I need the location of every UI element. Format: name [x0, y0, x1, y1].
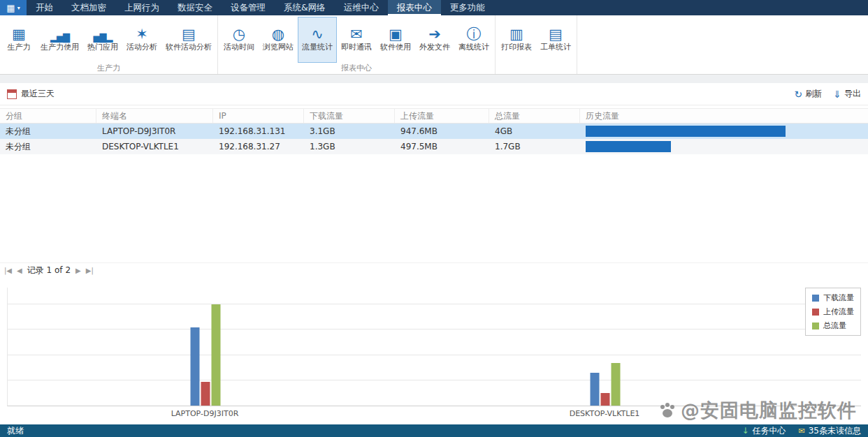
next-record-icon[interactable]: ▶ — [75, 267, 81, 274]
unread-messages-button[interactable]: ✉ 35条未读信息 — [799, 425, 862, 437]
table-row[interactable]: 未分组DESKTOP-VLKTLE1192.168.31.271.3GB497.… — [0, 139, 868, 154]
bar-总流量[interactable] — [612, 363, 621, 406]
chart-gridline — [8, 304, 861, 304]
cell-group: 未分组 — [0, 139, 96, 154]
table-row[interactable]: 未分组LAPTOP-D9J3IT0R192.168.31.1313.1GB947… — [0, 124, 868, 139]
status-ready-label: 就绪 — [7, 425, 24, 437]
ribbon-button-software[interactable]: ▣软件使用 — [376, 17, 415, 63]
column-header-6[interactable]: 历史流量 — [580, 109, 868, 123]
menu-tab-6[interactable]: 运维中心 — [335, 0, 388, 15]
terminal-table: 未分组LAPTOP-D9J3IT0R192.168.31.1313.1GB947… — [0, 124, 868, 154]
cell-total: 4GB — [489, 124, 580, 139]
history-traffic-bar — [586, 141, 671, 152]
ribbon-button-offline[interactable]: ⓘ离线统计 — [454, 17, 493, 63]
ribbon-button-columns[interactable]: ▅▇▂热门应用 — [83, 17, 122, 63]
column-header-0[interactable]: 分组 — [0, 109, 96, 123]
column-header-1[interactable]: 终端名 — [96, 109, 213, 123]
ribbon-group-0: ▦生产力▂▅▇生产力使用▅▇▂热门应用✶活动分析▤软件活动分析生产力 — [0, 15, 218, 74]
ribbon-group-label: 生产力 — [0, 63, 217, 74]
grid-icon: ▦ — [12, 20, 26, 42]
last-record-icon[interactable]: ▶| — [86, 267, 94, 274]
ribbon-button-bar-chart[interactable]: ▂▅▇生产力使用 — [36, 17, 83, 63]
menu-tabs: 开始文档加密上网行为数据安全设备管理系统&网络运维中心报表中心更多功能 — [27, 0, 494, 15]
task-center-button[interactable]: ↓ 任务中心 — [742, 425, 786, 437]
bar-下载流量[interactable] — [591, 373, 600, 406]
calendar-icon — [7, 89, 17, 99]
menu-tab-5[interactable]: 系统&网络 — [275, 0, 335, 15]
previous-record-icon[interactable]: ◀ — [17, 267, 22, 274]
menu-tab-2[interactable]: 上网行为 — [115, 0, 168, 15]
refresh-button[interactable]: ↻ 刷新 — [795, 88, 823, 100]
chart-gridline — [8, 355, 861, 355]
legend-swatch — [812, 295, 819, 302]
bar-chart-icon: ▂▅▇ — [50, 20, 69, 42]
bar-下载流量[interactable] — [191, 327, 200, 406]
menu-tab-1[interactable]: 文档加密 — [62, 0, 115, 15]
table-header: 分组终端名IP下载流量上传流量总流量历史流量 — [0, 108, 868, 124]
bar-上传流量[interactable] — [601, 393, 610, 406]
cell-history — [580, 124, 868, 139]
offline-icon: ⓘ — [467, 20, 482, 42]
history-traffic-bar — [586, 126, 786, 137]
chart-gridline — [8, 380, 861, 380]
record-navigator: |◀ ◀ 记录 1 of 2 ▶ ▶| — [0, 262, 868, 278]
ribbon-button-print[interactable]: ▥打印报表 — [497, 17, 536, 63]
app-menu-button[interactable]: ▦ ▾ — [0, 0, 27, 15]
column-header-3[interactable]: 下载流量 — [304, 109, 395, 123]
ribbon-button-send-file[interactable]: ➔外发文件 — [415, 17, 454, 63]
export-button[interactable]: ⇓ 导出 — [833, 88, 861, 100]
cell-ip: 192.168.31.131 — [213, 124, 304, 139]
window-chart-icon: ▤ — [182, 20, 196, 42]
ribbon-button-grid[interactable]: ▦生产力 — [1, 17, 36, 63]
traffic-chart-icon: ∿ — [311, 20, 324, 42]
legend-item-2: 总流量 — [812, 320, 854, 331]
cell-upload: 497.5MB — [395, 139, 489, 154]
menu-tab-8[interactable]: 更多功能 — [441, 0, 494, 15]
traffic-bar-chart: 下载流量上传流量总流量 LAPTOP-D9J3IT0RDESKTOP-VLKTL… — [0, 278, 868, 424]
clock-icon: ◷ — [233, 20, 245, 42]
menu-tab-0[interactable]: 开始 — [27, 0, 62, 15]
first-record-icon[interactable]: |◀ — [4, 267, 12, 274]
cell-upload: 947.6MB — [395, 124, 489, 139]
ribbon-button-clock[interactable]: ◷活动时间 — [219, 17, 259, 63]
ribbon-group-2: ▥打印报表▤工单统计 — [496, 15, 577, 74]
table-empty-area — [0, 154, 868, 262]
column-header-5[interactable]: 总流量 — [489, 109, 580, 123]
bar-group-1 — [591, 363, 621, 406]
cell-terminal: LAPTOP-D9J3IT0R — [96, 124, 213, 139]
chart-gridline — [8, 329, 861, 329]
ribbon-button-globe[interactable]: ◍浏览网站 — [259, 17, 298, 63]
date-range-label[interactable]: 最近三天 — [21, 88, 55, 100]
column-header-2[interactable]: IP — [213, 109, 304, 123]
bar-总流量[interactable] — [212, 304, 221, 406]
status-bar: 就绪 ↓ 任务中心 ✉ 35条未读信息 — [0, 424, 868, 437]
ribbon-button-chat[interactable]: ✉即时通讯 — [337, 17, 376, 63]
legend-swatch — [812, 309, 819, 316]
menubar: ▦ ▾ 开始文档加密上网行为数据安全设备管理系统&网络运维中心报表中心更多功能 — [0, 0, 868, 15]
chart-legend: 下载流量上传流量总流量 — [805, 288, 861, 336]
legend-label: 上传流量 — [823, 306, 854, 317]
ribbon-button-window-chart[interactable]: ▤软件活动分析 — [161, 17, 216, 63]
send-file-icon: ➔ — [428, 20, 441, 42]
legend-label: 下载流量 — [823, 292, 854, 303]
ribbon-button-star-doc[interactable]: ✶活动分析 — [122, 17, 161, 63]
legend-swatch — [812, 323, 819, 329]
mail-icon: ✉ — [799, 427, 805, 436]
cell-terminal: DESKTOP-VLKTLE1 — [96, 139, 213, 154]
cell-download: 3.1GB — [304, 124, 395, 139]
refresh-icon: ↻ — [795, 89, 803, 99]
ribbon-group-1: ◷活动时间◍浏览网站∿流量统计✉即时通讯▣软件使用➔外发文件ⓘ离线统计报表中心 — [218, 15, 496, 74]
ribbon-button-ticket[interactable]: ▤工单统计 — [536, 17, 575, 63]
column-header-4[interactable]: 上传流量 — [395, 109, 489, 123]
print-icon: ▥ — [509, 20, 523, 42]
legend-item-0: 下载流量 — [812, 292, 854, 303]
filter-bar: 最近三天 ↻ 刷新 ⇓ 导出 — [0, 83, 868, 105]
cell-group: 未分组 — [0, 124, 96, 139]
chat-icon: ✉ — [350, 20, 363, 42]
menu-tab-4[interactable]: 设备管理 — [222, 0, 275, 15]
menu-tab-3[interactable]: 数据安全 — [168, 0, 222, 15]
menu-tab-7[interactable]: 报表中心 — [388, 0, 441, 15]
bar-group-0 — [191, 304, 221, 406]
bar-上传流量[interactable] — [201, 382, 210, 406]
ribbon-button-traffic-chart[interactable]: ∿流量统计 — [298, 17, 337, 63]
